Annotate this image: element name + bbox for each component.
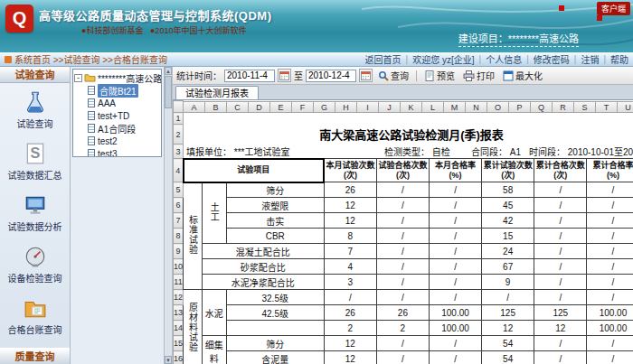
column-letter: I <box>357 101 379 113</box>
nav-link[interactable]: 帮助 <box>610 52 628 66</box>
value-cell: / <box>429 351 481 364</box>
sidebar-item-experiment-query[interactable]: 试验查询 <box>0 83 70 135</box>
report-period: 时间段： 2010-10-01至2010-1 <box>529 145 633 158</box>
value-cell: 2 <box>376 321 429 336</box>
tree-node[interactable]: A1合同段 <box>88 122 160 135</box>
column-letter: C <box>227 101 249 113</box>
nav-link[interactable]: 注销 <box>581 52 599 66</box>
value-cell: 45 <box>482 198 534 213</box>
scroll-down-icon[interactable] <box>165 356 172 364</box>
row-header: 15 <box>174 336 184 351</box>
value-cell: 12 <box>324 198 376 213</box>
value-cell: 4 <box>324 259 376 275</box>
value-cell: 125 <box>482 305 534 321</box>
report-check-type: 检测类型： 自检 <box>384 145 471 158</box>
preview-button[interactable]: 预览 <box>421 68 458 83</box>
row-header: 4 <box>174 159 184 182</box>
item-cell: 42.5级 <box>226 305 324 321</box>
nav-link[interactable]: 修改密码 <box>534 52 570 66</box>
column-letter: Q <box>531 101 553 113</box>
flask-icon <box>23 89 48 115</box>
preview-page-icon <box>424 70 435 81</box>
report-title: 南大梁高速公路试验检测月(季)报表 <box>184 125 633 145</box>
column-header: 累计合格率(%) <box>587 159 633 182</box>
calendar-button[interactable] <box>278 69 291 82</box>
tree-node[interactable]: 合陇Bt21 <box>88 84 160 97</box>
scrollbar-thumb[interactable] <box>165 76 172 108</box>
value-cell: 58 <box>482 182 534 198</box>
date-from-input[interactable] <box>224 70 275 82</box>
maximize-button[interactable]: 最大化 <box>500 68 545 83</box>
nav-link[interactable]: 欢迎您 yz[企业] <box>412 52 474 66</box>
gauge-icon <box>23 244 48 269</box>
nav-link[interactable]: 个人信息 <box>486 52 522 66</box>
sidebar-scrollbar[interactable] <box>165 67 173 364</box>
scroll-up-icon[interactable] <box>165 67 172 75</box>
nav-link[interactable]: 返回首页 <box>365 52 402 66</box>
value-cell: / <box>587 244 633 259</box>
separator: | <box>406 54 409 64</box>
user-links: 返回首页|欢迎您 yz[企业]|个人信息|修改密码|注销|帮助 <box>365 52 628 66</box>
app-subtitle: ●科技部创新基金 ●2010年中国十大创新软件 <box>81 24 246 36</box>
value-cell: 100.00 <box>429 305 481 321</box>
value-cell: 12 <box>482 321 534 336</box>
value-cell: 100.00 <box>429 321 481 336</box>
value-cell: / <box>587 259 633 275</box>
tree-node[interactable]: test+TD <box>88 109 160 122</box>
value-cell: / <box>376 336 429 351</box>
value-cell: 26 <box>376 305 429 321</box>
folder-ledger-icon <box>23 295 48 321</box>
collapse-icon[interactable] <box>74 74 82 82</box>
item-cell: 32.5级 <box>226 290 324 305</box>
tree-node[interactable]: AAA <box>88 97 160 109</box>
sidebar-item-qualified-ledger[interactable]: 合格台账查询 <box>0 289 70 341</box>
row-header: 16 <box>174 351 184 364</box>
sidebar-section-experiment-query[interactable]: 试验查询 <box>0 67 70 83</box>
spreadsheet: ABCDEFGHIJKLMNOPQRSTU 1 2 南大梁高速公路试验检测月(季… <box>173 100 633 364</box>
to-label: 至 <box>294 69 303 82</box>
tree-root[interactable]: ********高速公路 <box>74 71 160 84</box>
column-letter: K <box>401 101 422 113</box>
sidebar-item-device-inspection[interactable]: 设备检验查询 <box>0 238 70 289</box>
decor-square-icon <box>597 15 602 21</box>
row-header: 10 <box>174 259 184 275</box>
date-to-input[interactable] <box>306 70 356 82</box>
tab-monthly-report[interactable]: 试验检测月报表 <box>175 86 259 99</box>
breadcrumb-text: 系统首页 >>试验查询 >>合格台账查询 <box>14 52 167 66</box>
row-header: 14 <box>174 321 184 336</box>
value-cell: / <box>376 229 429 244</box>
tree-node[interactable]: test3 <box>88 147 160 157</box>
value-cell: 24 <box>482 244 534 259</box>
value-cell: / <box>429 259 481 275</box>
value-cell: / <box>534 290 587 305</box>
value-cell: / <box>534 182 587 198</box>
column-header: 累计试验次数(次) <box>482 159 534 182</box>
print-button[interactable]: 打印 <box>460 68 497 83</box>
value-cell: / <box>534 351 587 364</box>
tree-root-label: ********高速公路 <box>98 71 162 85</box>
query-button[interactable]: 查询 <box>375 68 411 83</box>
calendar-button[interactable] <box>359 69 373 82</box>
svg-text:S: S <box>30 145 40 161</box>
item-cell: 混凝土配合比 <box>202 244 324 259</box>
client-link[interactable]: 客户端 <box>597 2 630 15</box>
sidebar-item-label: 设备检验查询 <box>8 271 62 285</box>
application-window: Q 高等级公路质量动态管理与控制系统(QDM) ●科技部创新基金 ●2010年中… <box>0 0 633 364</box>
sidebar-item-data-summary[interactable]: S 试验数据汇总 <box>0 135 70 186</box>
value-cell: / <box>429 229 481 244</box>
value-cell: 42 <box>482 213 534 229</box>
value-cell: / <box>587 229 633 244</box>
row-header: 2 <box>174 125 184 145</box>
column-letter: L <box>422 101 444 113</box>
subcategory-cell: 水泥 <box>202 290 226 336</box>
value-cell: / <box>534 198 587 213</box>
sidebar-item-data-analysis[interactable]: 试验数据分析 <box>0 186 70 238</box>
sidebar-section-quality-query[interactable]: 质量查询 <box>0 348 70 364</box>
tree-node[interactable]: test2 <box>88 135 160 147</box>
value-cell: / <box>376 259 429 275</box>
column-letter: J <box>379 101 401 113</box>
tree-node-label: A1合同段 <box>98 122 136 135</box>
value-cell: / <box>587 290 633 305</box>
app-header: Q 高等级公路质量动态管理与控制系统(QDM) ●科技部创新基金 ●2010年中… <box>0 0 633 52</box>
calendar-icon <box>361 70 371 80</box>
